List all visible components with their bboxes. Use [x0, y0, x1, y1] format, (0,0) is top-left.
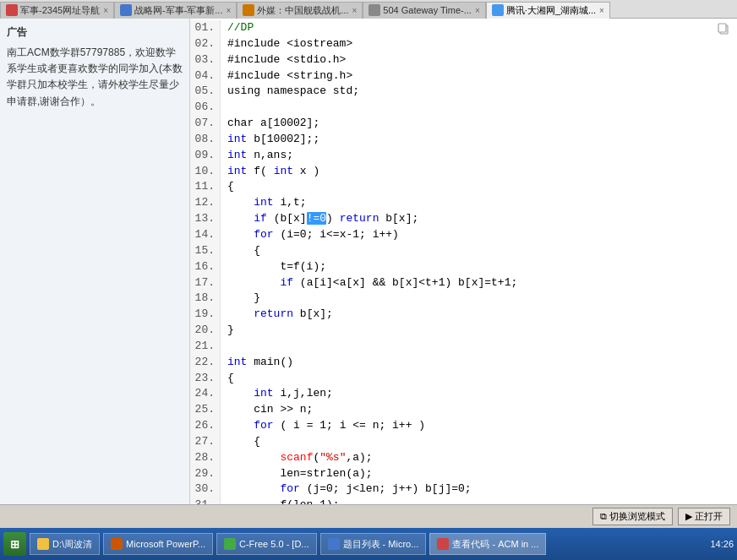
- line-num-21: 21.: [190, 339, 221, 355]
- tab-5-close[interactable]: ×: [599, 6, 604, 15]
- line-content-23: {: [221, 371, 234, 387]
- line-num-18: 18.: [190, 291, 221, 307]
- tab-3[interactable]: 外媒：中国舰载战机... ×: [237, 2, 363, 19]
- line-num-9: 09.: [190, 148, 221, 164]
- tab-2[interactable]: 战略网-军事-军事新... ×: [114, 2, 237, 19]
- code-line-13: 13. if (b[x]!=0) return b[x];: [190, 211, 737, 227]
- line-content-1: //DP: [221, 20, 254, 36]
- line-num-29: 29.: [190, 466, 221, 482]
- copy-icon[interactable]: [717, 22, 730, 35]
- line-content-18: }: [221, 291, 260, 307]
- code-line-26: 26. for ( i = 1; i <= n; i++ ): [190, 418, 737, 434]
- tab-4-icon: [368, 4, 380, 16]
- code-line-24: 24. int i,j,len;: [190, 386, 737, 402]
- start-button[interactable]: ⊞: [3, 532, 26, 556]
- line-num-2: 02.: [190, 36, 221, 52]
- line-content-12: int i,t;: [221, 195, 307, 211]
- taskbar-item-ppt[interactable]: Microsoft PowerP...: [103, 533, 213, 555]
- view-code-icon: [437, 538, 449, 550]
- line-num-7: 07.: [190, 116, 221, 132]
- switch-view-button[interactable]: ⧉ 切换浏览模式: [592, 508, 673, 525]
- tab-4-close[interactable]: ×: [475, 6, 480, 15]
- code-line-14: 14. for (i=0; i<=x-1; i++): [190, 227, 737, 243]
- tab-5-icon: [492, 4, 504, 16]
- code-line-9: 09. int n,ans;: [190, 148, 737, 164]
- tab-4[interactable]: 504 Gateway Time-... ×: [363, 2, 485, 19]
- start-icon: ⊞: [10, 538, 19, 551]
- line-num-15: 15.: [190, 243, 221, 259]
- line-content-3: #include <stdio.h>: [221, 52, 346, 68]
- code-line-2: 02. #include <iostream>: [190, 36, 737, 52]
- line-num-14: 14.: [190, 227, 221, 243]
- code-line-11: 11. {: [190, 179, 737, 195]
- line-num-22: 22.: [190, 355, 221, 371]
- tab-2-close[interactable]: ×: [226, 6, 231, 15]
- code-line-10: 10. int f( int x ): [190, 164, 737, 180]
- taskbar-item-problems[interactable]: 题目列表 - Micro...: [320, 533, 427, 555]
- tab-4-label: 504 Gateway Time-...: [383, 5, 472, 15]
- tab-3-icon: [243, 4, 254, 16]
- taskbar-right: 14:26: [710, 539, 734, 549]
- code-line-17: 17. if (a[i]<a[x] && b[x]<t+1) b[x]=t+1;: [190, 275, 737, 291]
- code-line-19: 19. return b[x];: [190, 307, 737, 323]
- line-num-24: 24.: [190, 386, 221, 402]
- switch-view-label: 切换浏览模式: [609, 510, 665, 523]
- code-editor[interactable]: 01. //DP 02. #include <iostream> 03. #in…: [190, 19, 737, 560]
- sidebar-ad-label: 广告: [7, 25, 183, 40]
- code-line-6: 06.: [190, 100, 737, 116]
- line-content-15: {: [221, 243, 260, 259]
- line-num-28: 28.: [190, 450, 221, 466]
- sidebar-content: 南工ACM数学群57797885，欢迎数学系学生或者更喜欢数学的同学加入(本数学…: [7, 45, 183, 110]
- tab-3-close[interactable]: ×: [352, 6, 358, 15]
- line-content-13: if (b[x]!=0) return b[x];: [221, 211, 418, 227]
- line-content-10: int f( int x ): [221, 164, 319, 180]
- line-content-4: #include <string.h>: [221, 68, 352, 84]
- line-content-16: t=f(i);: [221, 259, 326, 275]
- browser-tab-bar[interactable]: 军事-2345网址导航 × 战略网-军事-军事新... × 外媒：中国舰载战机.…: [0, 0, 737, 19]
- line-content-27: {: [221, 434, 260, 450]
- line-num-10: 10.: [190, 164, 221, 180]
- code-line-23: 23. {: [190, 371, 737, 387]
- code-line-20: 20. }: [190, 323, 737, 339]
- line-num-27: 27.: [190, 434, 221, 450]
- code-line-27: 27. {: [190, 434, 737, 450]
- line-content-5: using namespace std;: [221, 84, 359, 100]
- line-num-30: 30.: [190, 481, 221, 497]
- bottom-bar: ⧉ 切换浏览模式 ▶ 正打开: [0, 504, 737, 528]
- main-content: 01. //DP 02. #include <iostream> 03. #in…: [190, 19, 737, 560]
- sidebar: 广告 南工ACM数学群57797885，欢迎数学系学生或者更喜欢数学的同学加入(…: [0, 19, 190, 560]
- open-label: 正打开: [695, 510, 723, 523]
- line-num-25: 25.: [190, 402, 221, 418]
- tabs-container: 军事-2345网址导航 × 战略网-军事-军事新... × 外媒：中国舰载战机.…: [0, 0, 737, 19]
- code-line-4: 04. #include <string.h>: [190, 68, 737, 84]
- line-num-19: 19.: [190, 307, 221, 323]
- code-line-5: 05. using namespace std;: [190, 84, 737, 100]
- ppt-icon: [111, 538, 123, 550]
- line-num-5: 05.: [190, 84, 221, 100]
- taskbar-item-view-code[interactable]: 查看代码 - ACM in ...: [429, 533, 546, 555]
- line-content-7: char a[10002];: [221, 116, 319, 132]
- folder-icon: [37, 538, 49, 550]
- taskbar-item-folder[interactable]: D:\周波清: [30, 533, 100, 555]
- tab-1[interactable]: 军事-2345网址导航 ×: [0, 2, 114, 19]
- code-line-25: 25. cin >> n;: [190, 402, 737, 418]
- code-line-12: 12. int i,t;: [190, 195, 737, 211]
- open-button[interactable]: ▶ 正打开: [678, 508, 730, 525]
- code-line-28: 28. scanf("%s",a);: [190, 450, 737, 466]
- problems-icon: [328, 538, 340, 550]
- tab-5-label: 腾讯·大湘网_湖南城...: [506, 4, 596, 17]
- line-content-9: int n,ans;: [221, 148, 293, 164]
- tab-1-close[interactable]: ×: [103, 6, 108, 15]
- taskbar-item-problems-label: 题目列表 - Micro...: [343, 538, 419, 551]
- cfree-icon: [224, 538, 236, 550]
- line-content-11: {: [221, 179, 234, 195]
- line-num-3: 03.: [190, 52, 221, 68]
- line-content-22: int main(): [221, 355, 293, 371]
- browser-body: 广告 南工ACM数学群57797885，欢迎数学系学生或者更喜欢数学的同学加入(…: [0, 19, 737, 560]
- code-line-21: 21.: [190, 339, 737, 355]
- line-content-24: int i,j,len;: [221, 386, 333, 402]
- code-line-29: 29. len=strlen(a);: [190, 466, 737, 482]
- taskbar-item-cfree[interactable]: C-Free 5.0 - [D...: [216, 533, 317, 555]
- tab-5[interactable]: 腾讯·大湘网_湖南城... ×: [486, 2, 610, 19]
- tab-1-label: 军事-2345网址导航: [20, 4, 100, 17]
